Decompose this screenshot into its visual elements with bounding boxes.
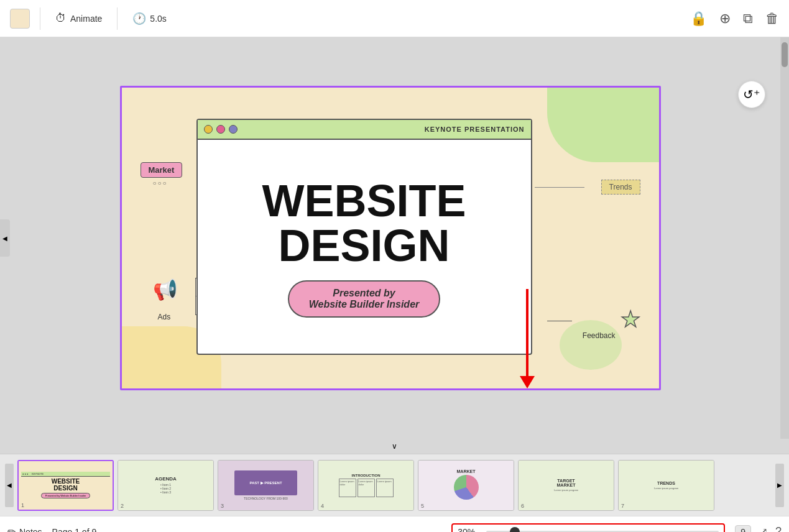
duration-button[interactable]: 🕐 5.0s xyxy=(127,9,171,28)
browser-dot-purple xyxy=(229,125,238,134)
filmstrip-scroll-right[interactable]: ▶ xyxy=(775,464,784,507)
duplicate-button[interactable]: ⧉ xyxy=(743,11,753,27)
red-arrow-head xyxy=(520,376,535,388)
filmstrip: ◀ ● ● ● KEYNOTE WEBSITEDESIGN Presented … xyxy=(0,454,789,516)
slide-thumb-2[interactable]: AGENDA • Item 1• Item 2• Item 3 2 xyxy=(118,460,214,511)
slide-num-3: 3 xyxy=(221,503,224,509)
slide-thumb-1[interactable]: ● ● ● KEYNOTE WEBSITEDESIGN Presented by… xyxy=(17,460,114,511)
thumb1-subtitle: Presented by Website Builder Insider xyxy=(41,493,91,498)
chevron-left-icon: ◀ xyxy=(2,235,7,242)
bg-blob-top-right xyxy=(547,88,659,162)
notes-label: Notes xyxy=(19,527,42,533)
toolbar-divider2 xyxy=(117,7,118,30)
market-dots: ○○○ xyxy=(153,180,168,186)
page-info: Page 1 of 9 xyxy=(52,527,97,533)
browser-bar: KEYNOTE PRESENTATION xyxy=(198,120,531,140)
filmstrip-scroll-left[interactable]: ◀ xyxy=(5,464,14,507)
zoom-container: 30% xyxy=(451,523,725,533)
color-swatch[interactable] xyxy=(10,9,30,29)
chevron-down-icon: ∨ xyxy=(392,442,397,451)
bg-blob-bottom-right xyxy=(560,320,622,370)
bottom-bar: ✏ Notes Page 1 of 9 30% 9 ⤢ ? xyxy=(0,516,789,532)
ads-label: Ads xyxy=(158,313,171,321)
page-count-badge: 9 xyxy=(735,525,751,533)
slide-title-line1: WEBSITE xyxy=(262,176,466,226)
thumb3-bg: PAST ▶ PRESENT TECHNOLOGY FROM 100-900 xyxy=(218,461,313,510)
slide-num-6: 6 xyxy=(521,503,524,509)
delete-button[interactable]: 🗑 xyxy=(765,11,779,27)
animate-icon: ⏱ xyxy=(55,12,67,25)
presented-by-button: Presented byWebsite Builder Insider xyxy=(288,280,441,318)
thumb6-bg: TARGETMARKET Lorem ipsum program xyxy=(519,461,614,510)
star-icon: ★ xyxy=(621,306,640,332)
fullscreen-button[interactable]: ⤢ xyxy=(759,525,768,533)
slide-num-5: 5 xyxy=(421,503,424,509)
chevron-left-icon: ◀ xyxy=(7,482,12,488)
canvas-container: Market ○○○ 📢 Ads Trends ★ Feedback KE xyxy=(0,37,780,439)
browser-dot-yellow xyxy=(204,125,213,134)
duration-label: 5.0s xyxy=(150,14,166,24)
refresh-button[interactable]: ↺⁺ xyxy=(738,81,765,108)
slide-num-4: 4 xyxy=(321,503,324,509)
animate-label: Animate xyxy=(70,14,102,24)
clock-icon: 🕐 xyxy=(132,12,146,25)
slide-thumb-5[interactable]: MARKET 5 xyxy=(418,460,514,511)
scrollbar-right[interactable] xyxy=(780,37,789,439)
feedback-label: Feedback xyxy=(583,331,616,340)
toolbar-divider xyxy=(40,7,40,30)
thumb7-bg: TRENDS Lorem ipsum program xyxy=(619,461,714,510)
lock-button[interactable]: 🔒 xyxy=(690,11,707,27)
notes-button[interactable]: ✏ Notes xyxy=(7,526,42,532)
slide-thumb-3[interactable]: PAST ▶ PRESENT TECHNOLOGY FROM 100-900 3 xyxy=(218,460,314,511)
trends-label: Trends xyxy=(601,180,640,195)
toolbar: ⏱ Animate 🕐 5.0s 🔒 ⊕ ⧉ 🗑 xyxy=(0,0,789,37)
slide-canvas[interactable]: Market ○○○ 📢 Ads Trends ★ Feedback KE xyxy=(120,86,661,390)
browser-dot-pink xyxy=(216,125,225,134)
market-label: Market xyxy=(141,162,183,178)
slide-thumb-7[interactable]: TRENDS Lorem ipsum program 7 xyxy=(618,460,714,511)
left-panel-toggle[interactable]: ◀ xyxy=(0,219,10,257)
collapse-bar[interactable]: ∨ xyxy=(0,439,789,454)
megaphone-icon: 📢 xyxy=(153,278,178,301)
thumb5-bg: MARKET xyxy=(418,461,514,510)
slide-num-7: 7 xyxy=(621,503,624,509)
notes-icon: ✏ xyxy=(7,526,16,532)
browser-content: WEBSITE DESIGN Presented byWebsite Build… xyxy=(198,140,531,356)
slide-thumb-4[interactable]: INTRODUCTION Lorem ipsum dolor Lorem ips… xyxy=(318,460,414,511)
refresh-icon: ↺⁺ xyxy=(743,87,760,102)
add-slide-button[interactable]: ⊕ xyxy=(719,11,731,27)
thumb4-bg: INTRODUCTION Lorem ipsum dolor Lorem ips… xyxy=(318,461,413,510)
thumb1-bg: ● ● ● KEYNOTE WEBSITEDESIGN Presented by… xyxy=(19,461,113,510)
bottom-right-buttons: 9 ⤢ ? xyxy=(735,525,782,533)
thumb1-title: WEBSITEDESIGN xyxy=(52,478,80,492)
browser-window: KEYNOTE PRESENTATION WEBSITE DESIGN Pres… xyxy=(196,119,532,355)
chevron-right-icon: ▶ xyxy=(777,482,782,488)
zoom-percent: 30% xyxy=(458,527,482,533)
scrollbar-thumb[interactable] xyxy=(782,42,788,67)
thumb2-bg: AGENDA • Item 1• Item 2• Item 3 xyxy=(118,461,213,510)
slide-thumb-6[interactable]: TARGETMARKET Lorem ipsum program 6 xyxy=(518,460,614,511)
animate-button[interactable]: ⏱ Animate xyxy=(50,9,107,27)
trends-connector xyxy=(535,187,584,188)
feedback-connector xyxy=(547,321,572,321)
slide-title-line2: DESIGN xyxy=(278,221,450,270)
browser-title: KEYNOTE PRESENTATION xyxy=(425,126,525,133)
help-button[interactable]: ? xyxy=(775,525,782,532)
slide-num-2: 2 xyxy=(121,503,124,509)
slide-num-1: 1 xyxy=(21,502,24,508)
main-area: ◀ Market ○○○ 📢 Ads Trends ★ Feedback xyxy=(0,37,789,439)
toolbar-right: 🔒 ⊕ ⧉ 🗑 xyxy=(690,11,779,27)
slide-title: WEBSITE DESIGN xyxy=(262,178,466,268)
